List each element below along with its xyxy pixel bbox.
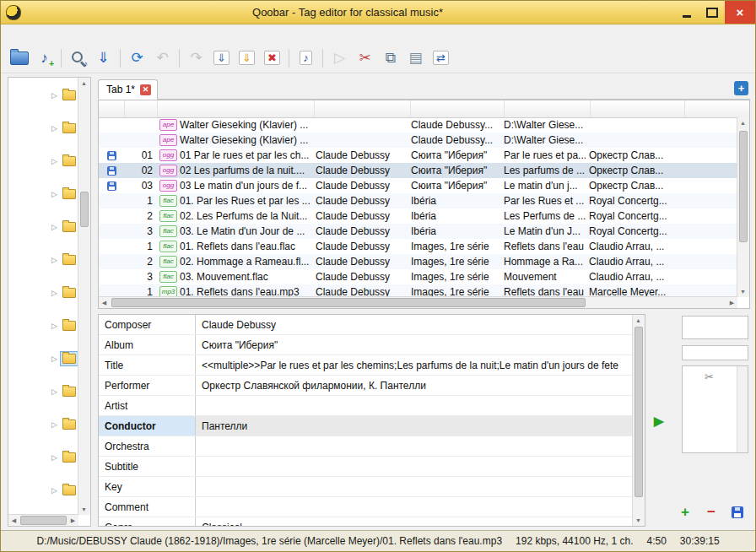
folder-tree-item[interactable]: ▷ (9, 144, 78, 177)
table-row[interactable]: 1 mp301. Reflets dans l'eau.mp3 Claude D… (99, 284, 737, 297)
expand-arrow-icon[interactable]: ▷ (51, 157, 57, 165)
tab-close-icon[interactable]: ✕ (140, 84, 151, 95)
scroll-up-icon[interactable]: ▲ (633, 315, 644, 326)
table-row[interactable]: 2 flac02. Hommage a Rameau.fl... Claude … (99, 254, 737, 269)
menu-tabs[interactable] (57, 31, 73, 36)
save-file-button[interactable] (730, 505, 745, 520)
rename-files-icon[interactable]: ♪ (294, 46, 317, 69)
tag-field-input[interactable] (196, 497, 633, 517)
folder-tree-item[interactable]: ▷ (9, 210, 78, 243)
table-row[interactable]: 02 ogg02 Les parfums de la nuit.... Clau… (99, 163, 737, 178)
table-hscrollbar[interactable]: ◀ ▶ (99, 296, 737, 308)
expand-arrow-icon[interactable]: ▷ (51, 91, 57, 100)
close-button[interactable]: × (725, 1, 755, 24)
tag-field-input[interactable]: <<multiple>>Par le rues et par les chemi… (196, 355, 633, 375)
scroll-down-icon[interactable]: ▼ (78, 504, 89, 515)
folder-tree-item[interactable]: ▷ (9, 342, 78, 375)
tag-field-input[interactable] (196, 396, 633, 415)
tag-field-row-title[interactable]: Title <<multiple>>Par le rues et par les… (99, 355, 633, 376)
scroll-up-icon[interactable]: ▲ (78, 78, 89, 89)
table-row[interactable]: 2 flac02. Les Perfums de la Nuit... Clau… (99, 208, 737, 224)
expand-arrow-icon[interactable]: ▷ (51, 322, 57, 330)
table-row[interactable]: 01 ogg01 Par le rues et par les ch... Cl… (99, 148, 737, 163)
expand-arrow-icon[interactable]: ▷ (51, 453, 57, 462)
fill-tags-icon[interactable]: ⇓ (210, 46, 233, 69)
tag-field-input[interactable]: Сюита "Иберия" (196, 335, 633, 354)
transfer-value-button[interactable]: ▶ (654, 414, 664, 429)
column-header-album[interactable] (411, 100, 505, 117)
expand-arrow-icon[interactable]: ▷ (51, 223, 57, 231)
column-header-artist[interactable] (685, 100, 750, 117)
folder-tree-item[interactable]: ▷ (9, 276, 78, 309)
tag-field-input[interactable]: Пантелли (196, 416, 633, 436)
folder-tree-item[interactable]: ▷ (9, 408, 78, 441)
scroll-right-icon[interactable]: ▶ (68, 515, 78, 526)
table-vscrollbar[interactable]: ▲ ▼ (737, 117, 749, 297)
table-row[interactable]: 1 flac01. Par les Rues et par les ... Cl… (99, 193, 737, 208)
save-all-icon[interactable]: ⇓ (92, 46, 115, 69)
title-bar[interactable]: Qoobar - Tag editor for classical music*… (1, 1, 755, 24)
scroll-up-icon[interactable]: ▲ (737, 117, 748, 128)
tag-field-input[interactable]: Claude Debussy (196, 315, 633, 334)
tag-field-row-conductor[interactable]: Conductor Пантелли (99, 416, 633, 436)
column-header-title[interactable] (505, 100, 591, 117)
folder-tree-item[interactable]: ▷ (9, 111, 78, 144)
value-list[interactable]: ✂ (682, 365, 748, 453)
scroll-thumb[interactable] (634, 327, 643, 497)
menu-file[interactable] (6, 31, 23, 36)
value-list-vscrollbar[interactable] (737, 366, 748, 452)
open-folder-icon[interactable] (8, 46, 30, 69)
scroll-down-icon[interactable]: ▼ (737, 286, 748, 297)
tag-field-input[interactable] (196, 477, 633, 496)
menu-tools[interactable] (40, 31, 57, 36)
undo-icon[interactable]: ↶ (151, 46, 174, 69)
tag-field-row-orchestra[interactable]: Orchestra (99, 436, 633, 457)
redo-icon[interactable]: ↷ (185, 46, 208, 69)
column-header-mod[interactable] (99, 100, 125, 117)
paste-tags-icon[interactable]: ⇄ (429, 46, 452, 69)
expand-arrow-icon[interactable]: ▷ (51, 190, 57, 198)
column-header-no[interactable] (125, 100, 158, 117)
folder-tree-item[interactable]: ▷ (9, 375, 78, 408)
add-files-icon[interactable]: ♪ + (33, 46, 56, 69)
table-row[interactable]: 3 flac03. Le Matin d'un Jour de ... Clau… (99, 224, 737, 239)
scroll-thumb[interactable] (20, 516, 67, 525)
table-header[interactable] (99, 100, 749, 118)
tag-field-row-artist[interactable]: Artist (99, 396, 633, 416)
expand-arrow-icon[interactable]: ▷ (51, 124, 57, 133)
scroll-right-icon[interactable]: ▶ (726, 297, 737, 308)
sidebar-vscrollbar[interactable]: ▲ ▼ (78, 78, 90, 515)
expand-arrow-icon[interactable]: ▷ (51, 486, 57, 495)
tag-field-row-key[interactable]: Key (99, 477, 633, 497)
scroll-thumb[interactable] (111, 298, 586, 307)
tab-1[interactable]: Tab 1* ✕ (98, 79, 158, 100)
tag-field-input[interactable] (196, 457, 633, 476)
tag-field-input[interactable] (196, 436, 633, 456)
minimize-button[interactable] (674, 1, 699, 24)
expand-arrow-icon[interactable]: ▷ (51, 354, 57, 363)
scroll-left-icon[interactable]: ◀ (8, 515, 19, 526)
folder-tree-item[interactable]: ▷ (9, 177, 78, 210)
search-icon[interactable]: ♪ (67, 46, 89, 69)
remove-value-button[interactable]: − (704, 505, 719, 520)
table-row[interactable]: apeWalter Gieseking (Klavier) ... Claude… (99, 133, 737, 148)
folder-tree-item[interactable]: ▷ (9, 441, 78, 474)
cut-icon[interactable]: ✂ (354, 46, 376, 69)
tag-field-row-subtitle[interactable]: Subtitle (99, 457, 633, 477)
folder-tree-item[interactable]: ▷ (9, 309, 78, 342)
scissors-icon[interactable]: ✂ (705, 371, 714, 383)
table-row[interactable]: 1 flac01. Reflets dans l'eau.flac Claude… (99, 239, 737, 254)
menu-edit[interactable] (23, 31, 40, 36)
scroll-down-icon[interactable]: ▼ (633, 515, 644, 526)
expand-arrow-icon[interactable]: ▷ (51, 420, 57, 429)
copy-icon[interactable]: ⧉ (379, 46, 402, 69)
add-value-button[interactable]: + (678, 505, 693, 520)
play-icon[interactable]: ▷ (328, 46, 351, 69)
table-row[interactable]: 3 flac03. Mouvement.flac Claude Debussy … (99, 269, 737, 284)
tag-field-row-album[interactable]: Album Сюита "Иберия" (99, 335, 633, 355)
expand-arrow-icon[interactable]: ▷ (51, 256, 57, 264)
tag-field-row-genre[interactable]: Genre Classical (99, 517, 633, 527)
column-header-performer[interactable] (591, 100, 685, 117)
value-selector[interactable] (682, 345, 748, 360)
add-tab-button[interactable]: + (734, 81, 748, 95)
